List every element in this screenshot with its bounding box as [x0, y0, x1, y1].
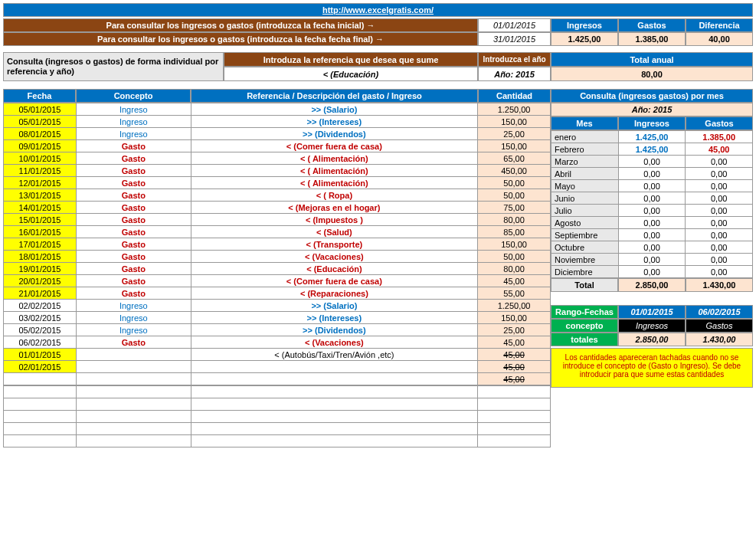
entry-ref[interactable]: >> (Salario) — [191, 103, 477, 116]
ref-selected[interactable]: < (Educación) — [224, 67, 478, 81]
entry-concepto[interactable]: Gasto — [76, 226, 191, 238]
entry-ref[interactable]: < (Comer fuera de casa) — [191, 140, 477, 152]
entry-fecha[interactable]: 03/02/2015 — [4, 312, 77, 324]
entry-concepto[interactable]: Gasto — [76, 214, 191, 226]
date-end[interactable]: 31/01/2015 — [478, 32, 551, 46]
entry-fecha[interactable]: 02/02/2015 — [4, 300, 77, 312]
entry-ref[interactable]: < (Comer fuera de casa) — [191, 275, 477, 287]
entry-cantidad[interactable]: 1.250,00 — [478, 300, 551, 312]
entry-ref[interactable]: >> (Intereses) — [191, 312, 477, 324]
entry-cantidad[interactable]: 50,00 — [478, 251, 551, 263]
entry-cantidad[interactable]: 65,00 — [478, 152, 551, 165]
entry-ref[interactable]: < ( Ropa) — [191, 189, 477, 202]
header-url[interactable]: http://www.excelgratis.com/ — [3, 3, 753, 17]
entry-fecha[interactable]: 20/01/2015 — [4, 275, 77, 287]
entry-concepto[interactable]: Gasto — [76, 140, 191, 152]
ano-value[interactable]: Año: 2015 — [478, 67, 551, 81]
entry-cantidad[interactable]: 50,00 — [478, 177, 551, 189]
entry-ref[interactable]: >> (Dividendos) — [191, 324, 477, 336]
entry-concepto[interactable] — [76, 373, 191, 385]
entry-cantidad[interactable]: 80,00 — [478, 214, 551, 226]
entry-cantidad[interactable]: 45,00 — [478, 336, 551, 349]
entry-concepto[interactable]: Ingreso — [76, 312, 191, 324]
date-start[interactable]: 01/01/2015 — [478, 18, 551, 32]
entry-fecha[interactable]: 12/01/2015 — [4, 177, 77, 189]
entry-fecha[interactable] — [4, 373, 77, 385]
entry-fecha[interactable]: 02/01/2015 — [4, 361, 77, 373]
entry-ref[interactable]: < ( Alimentación) — [191, 152, 477, 165]
entry-concepto[interactable] — [76, 361, 191, 373]
entry-ref[interactable] — [191, 373, 477, 385]
entry-concepto[interactable]: Gasto — [76, 165, 191, 177]
entry-ref[interactable]: < (Autobús/Taxi/Tren/Avión ,etc) — [191, 349, 477, 361]
entry-cantidad[interactable]: 1.250,00 — [478, 103, 551, 116]
entry-fecha[interactable]: 10/01/2015 — [4, 152, 77, 165]
entry-fecha[interactable]: 06/02/2015 — [4, 336, 77, 349]
entry-cantidad[interactable]: 25,00 — [478, 324, 551, 336]
entry-cantidad[interactable]: 45,00 — [478, 349, 551, 361]
entry-fecha[interactable]: 17/01/2015 — [4, 238, 77, 251]
entry-concepto[interactable]: Ingreso — [76, 128, 191, 140]
entry-ref[interactable]: < (Vacaciones) — [191, 336, 477, 349]
entry-ref[interactable]: >> (Dividendos) — [191, 128, 477, 140]
entry-ref[interactable] — [191, 361, 477, 373]
entry-ref[interactable]: >> (Intereses) — [191, 116, 477, 128]
entry-cantidad[interactable]: 75,00 — [478, 202, 551, 214]
entry-ref[interactable]: < (Salud) — [191, 226, 477, 238]
entry-ref[interactable]: < (Mejoras en el hogar) — [191, 202, 477, 214]
entry-ref[interactable]: < (Reparaciones) — [191, 287, 477, 300]
entry-ref[interactable]: < ( Alimentación) — [191, 177, 477, 189]
entry-cantidad[interactable]: 45,00 — [478, 275, 551, 287]
entry-fecha[interactable]: 15/01/2015 — [4, 214, 77, 226]
entry-cantidad[interactable]: 150,00 — [478, 312, 551, 324]
entry-fecha[interactable]: 16/01/2015 — [4, 226, 77, 238]
entry-concepto[interactable]: Gasto — [76, 336, 191, 349]
entry-concepto[interactable]: Ingreso — [76, 300, 191, 312]
entry-cantidad[interactable]: 25,00 — [478, 128, 551, 140]
entry-cantidad[interactable]: 150,00 — [478, 140, 551, 152]
entry-fecha[interactable]: 21/01/2015 — [4, 287, 77, 300]
entry-concepto[interactable]: Gasto — [76, 177, 191, 189]
entry-fecha[interactable]: 18/01/2015 — [4, 251, 77, 263]
entry-fecha[interactable]: 13/01/2015 — [4, 189, 77, 202]
entry-fecha[interactable]: 19/01/2015 — [4, 263, 77, 275]
entry-fecha[interactable]: 08/01/2015 — [4, 128, 77, 140]
entry-ref[interactable]: < (Educación) — [191, 263, 477, 275]
entry-concepto[interactable]: Gasto — [76, 251, 191, 263]
month-row: Marzo0,000,00 — [551, 156, 753, 168]
entry-cantidad[interactable]: 85,00 — [478, 226, 551, 238]
entry-concepto[interactable]: Ingreso — [76, 103, 191, 116]
entry-concepto[interactable]: Gasto — [76, 275, 191, 287]
entry-concepto[interactable]: Gasto — [76, 152, 191, 165]
totales-label: totales — [551, 333, 618, 346]
entry-ref[interactable]: < (Vacaciones) — [191, 251, 477, 263]
entry-fecha[interactable]: 14/01/2015 — [4, 202, 77, 214]
entry-ref[interactable]: < ( Alimentación) — [191, 165, 477, 177]
entry-cantidad[interactable]: 150,00 — [478, 116, 551, 128]
url-link[interactable]: http://www.excelgratis.com/ — [322, 5, 434, 15]
entry-cantidad[interactable]: 150,00 — [478, 238, 551, 251]
entry-cantidad[interactable]: 450,00 — [478, 165, 551, 177]
entry-fecha[interactable]: 01/01/2015 — [4, 349, 77, 361]
entry-ref[interactable]: < (Impuestos ) — [191, 214, 477, 226]
entry-ref[interactable]: >> (Salario) — [191, 300, 477, 312]
entry-cantidad[interactable]: 80,00 — [478, 263, 551, 275]
entry-cantidad[interactable]: 55,00 — [478, 287, 551, 300]
entry-cantidad[interactable]: 50,00 — [478, 189, 551, 202]
entry-concepto[interactable]: Ingreso — [76, 324, 191, 336]
entry-concepto[interactable] — [76, 349, 191, 361]
entry-concepto[interactable]: Gasto — [76, 287, 191, 300]
entry-fecha[interactable]: 05/01/2015 — [4, 103, 77, 116]
entry-fecha[interactable]: 09/01/2015 — [4, 140, 77, 152]
entry-fecha[interactable]: 05/02/2015 — [4, 324, 77, 336]
entry-concepto[interactable]: Gasto — [76, 263, 191, 275]
entry-concepto[interactable]: Ingreso — [76, 116, 191, 128]
entry-concepto[interactable]: Gasto — [76, 238, 191, 251]
entry-concepto[interactable]: Gasto — [76, 202, 191, 214]
entry-concepto[interactable]: Gasto — [76, 189, 191, 202]
entry-fecha[interactable]: 05/01/2015 — [4, 116, 77, 128]
entry-cantidad[interactable]: 45,00 — [478, 361, 551, 373]
entry-fecha[interactable]: 11/01/2015 — [4, 165, 77, 177]
entry-cantidad[interactable]: 45,00 — [478, 373, 551, 385]
entry-ref[interactable]: < (Transporte) — [191, 238, 477, 251]
